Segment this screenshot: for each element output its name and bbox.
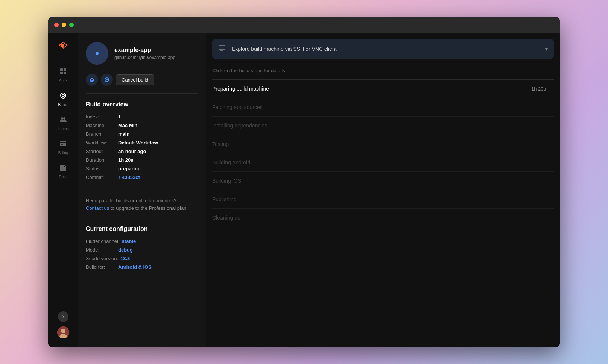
docs-label: Docs (59, 175, 68, 179)
index-label: Index: (86, 114, 116, 120)
info-row-xcode: Xcode version: 13.3 (86, 256, 198, 261)
app-avatar (86, 42, 108, 65)
info-row-status: Status: preparing (86, 166, 198, 171)
workflow-value: Default Workflow (118, 140, 158, 146)
current-config-section: Current configuration Flutter channel: s… (78, 218, 206, 281)
github-url[interactable]: github.com/ilyin0/example-app (114, 55, 175, 60)
billing-icon (59, 140, 67, 149)
settings-button[interactable] (86, 74, 98, 86)
right-panel: Explore build machine via SSH or VNC cli… (206, 33, 560, 347)
apps-icon (59, 68, 67, 77)
app-avatar-dot (96, 52, 99, 55)
sidebar-item-apps[interactable]: Apps (51, 65, 75, 86)
explore-label: Explore build machine via SSH or VNC cli… (232, 46, 337, 52)
info-row-workflow: Workflow: Default Workflow (86, 140, 198, 146)
app-window: Apps Builds (48, 17, 560, 347)
commit-label: Commit: (86, 174, 116, 180)
info-row-commit: Commit: ↑ 43853cf (86, 174, 198, 180)
config-title: Current configuration (86, 226, 198, 232)
cancel-build-button[interactable]: Cancel build (116, 74, 154, 85)
contact-link[interactable]: Contact us (86, 205, 109, 211)
duration-label: Duration: (86, 157, 116, 163)
avatar-image (57, 326, 69, 338)
traffic-lights (54, 23, 74, 27)
started-value: an hour ago (118, 149, 146, 154)
xcode-label: Xcode version: (86, 256, 118, 261)
workflow-label: Workflow: (86, 140, 116, 146)
info-row-buildfor: Build for: Android & iOS (86, 264, 198, 270)
sidebar-item-teams[interactable]: Teams (51, 113, 75, 134)
svg-point-4 (61, 117, 63, 120)
status-value: preparing (118, 166, 141, 171)
sidebar-item-billing[interactable]: Billing (51, 137, 75, 158)
titlebar (48, 17, 560, 33)
explore-bar[interactable]: Explore build machine via SSH or VNC cli… (212, 39, 554, 59)
buildfor-value[interactable]: Android & iOS (118, 264, 152, 270)
chevron-down-icon: ▾ (545, 46, 548, 52)
builds-label: Builds (58, 103, 68, 107)
step-label-building-android: Building Android (212, 159, 250, 165)
sidebar-item-docs[interactable]: Docs (51, 161, 75, 182)
build-overview-title: Build overview (86, 101, 198, 108)
hint-text: Click on the build steps for details. (206, 65, 560, 79)
step-label-cleaning: Cleaning up (212, 215, 240, 221)
mode-label: Mode: (86, 247, 116, 253)
flutter-value[interactable]: stable (122, 238, 136, 244)
teams-label: Teams (58, 127, 68, 131)
build-step-building-android[interactable]: Building Android (212, 153, 554, 172)
builds-icon (59, 92, 67, 101)
logo[interactable] (56, 39, 70, 53)
app-name: example-app (114, 47, 175, 53)
step-label-building-ios: Building iOS (212, 178, 241, 184)
build-step-building-ios[interactable]: Building iOS (212, 172, 554, 190)
minimize-button[interactable] (62, 23, 66, 27)
step-label-publishing: Publishing (212, 196, 237, 202)
sidebar-item-builds[interactable]: Builds (51, 89, 75, 110)
build-step-preparing[interactable]: Preparing build machine1h 20s— (212, 80, 554, 98)
upgrade-section: Need parallel builds or unlimited minute… (78, 191, 206, 218)
explore-bar-left: Explore build machine via SSH or VNC cli… (218, 44, 337, 53)
close-button[interactable] (54, 23, 59, 27)
build-step-testing[interactable]: Testing (212, 135, 554, 153)
svg-point-7 (61, 329, 65, 333)
status-button[interactable] (101, 74, 113, 86)
machine-value: Mac Mini (118, 123, 139, 128)
app-header: example-app github.com/ilyin0/example-ap… (78, 33, 206, 74)
teams-icon (59, 116, 67, 125)
info-row-mode: Mode: debug (86, 247, 198, 253)
svg-rect-1 (64, 68, 66, 71)
xcode-value[interactable]: 13.3 (120, 256, 130, 261)
build-steps: Preparing build machine1h 20s—Fetching a… (206, 80, 560, 227)
sidebar-bottom: ? (57, 311, 69, 338)
build-step-fetching[interactable]: Fetching app sources (212, 98, 554, 117)
build-step-installing[interactable]: Installing dependencies (212, 117, 554, 135)
sidebar-nav: Apps Builds (51, 65, 75, 311)
mode-value[interactable]: debug (118, 247, 133, 253)
branch-label: Branch: (86, 131, 116, 137)
buildfor-label: Build for: (86, 264, 116, 270)
info-row-flutter: Flutter channel: stable (86, 238, 198, 244)
step-label-fetching: Fetching app sources (212, 104, 263, 110)
build-step-cleaning[interactable]: Cleaning up (212, 209, 554, 227)
index-value: 1 (118, 114, 121, 120)
sidebar: Apps Builds (48, 33, 78, 347)
flutter-label: Flutter channel: (86, 238, 120, 244)
app-info: example-app github.com/ilyin0/example-ap… (114, 47, 175, 60)
step-label-testing: Testing (212, 141, 229, 147)
commit-value[interactable]: ↑ 43853cf (118, 174, 140, 180)
info-row-duration: Duration: 1h 20s (86, 157, 198, 163)
user-avatar[interactable] (57, 326, 69, 338)
machine-label: Machine: (86, 123, 116, 128)
svg-rect-0 (60, 68, 63, 71)
apps-label: Apps (59, 79, 68, 83)
action-buttons: Cancel build (78, 74, 206, 93)
status-label: Status: (86, 166, 116, 171)
left-panel: example-app github.com/ilyin0/example-ap… (78, 33, 206, 347)
info-row-branch: Branch: main (86, 131, 198, 137)
started-label: Started: (86, 149, 116, 154)
help-button[interactable]: ? (58, 311, 68, 322)
build-step-publishing[interactable]: Publishing (212, 190, 554, 209)
svg-rect-3 (64, 72, 66, 74)
step-label-preparing: Preparing build machine (212, 86, 269, 92)
maximize-button[interactable] (69, 23, 74, 27)
